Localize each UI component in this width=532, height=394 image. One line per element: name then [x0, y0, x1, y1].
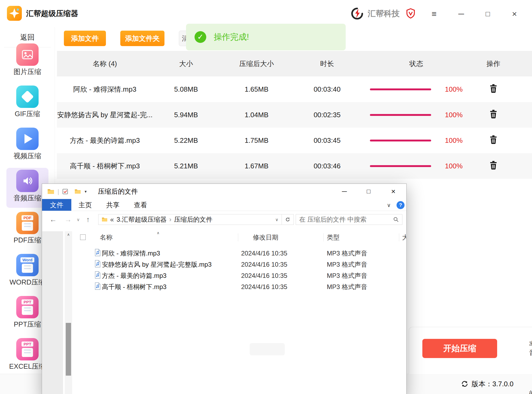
file-compressed-size: 1.75MB — [219, 136, 294, 145]
clipped-text-fragment: 效 — [529, 389, 532, 394]
add-file-button[interactable]: 添加文件 — [64, 31, 106, 46]
table-row: 方杰 - 最美的诗篇.mp3 5.22MB 1.75MB 00:03:45 10… — [57, 128, 532, 153]
update-refresh-icon[interactable] — [461, 380, 468, 388]
explorer-maximize-button[interactable]: □ — [361, 184, 376, 199]
breadcrumb-current[interactable]: 压缩后的文件 — [174, 215, 212, 224]
progress-bar — [370, 165, 431, 167]
col-duration: 时长 — [294, 59, 360, 68]
sidebar-item-video[interactable]: 视频压缩 — [6, 126, 48, 166]
column-name[interactable]: 名称 — [100, 231, 113, 243]
progress-bar — [370, 88, 431, 90]
search-icon — [393, 217, 399, 222]
version-info: 版本：3.7.0.0 — [461, 374, 514, 394]
breadcrumb-collapse[interactable]: « — [110, 216, 114, 224]
up-arrow-icon[interactable]: ↑ — [86, 211, 90, 228]
minimize-button[interactable]: ─ — [454, 7, 468, 21]
sidebar-item-gif[interactable]: GIF压缩 — [6, 84, 48, 124]
file-duration: 00:03:45 — [294, 136, 360, 145]
col-size: 大小 — [153, 59, 219, 68]
start-compress-button[interactable]: 开始压缩 — [422, 339, 497, 358]
explorer-window: | ▾ 压缩后的文件 ─ □ × 文件 主页 共享 查看 ∨ ? ← → ∨ ↑… — [42, 184, 407, 394]
address-bar[interactable]: « 3.汇帮超级压缩器 › 压缩后的文件 ∨ — [98, 214, 282, 225]
sort-ascending-icon: ∧ — [157, 231, 159, 235]
mp3-file-icon — [94, 249, 102, 258]
explorer-file-row[interactable]: 高千顺 - 梧桐树下.mp3 2024/4/16 10:35 MP3 格式声音 — [72, 281, 406, 293]
back-arrow-icon[interactable]: ← — [50, 211, 57, 228]
clipped-text-fragment: 率 — [529, 340, 532, 348]
column-date[interactable]: 修改日期 — [253, 231, 278, 243]
refresh-button[interactable] — [282, 214, 294, 225]
explorer-titlebar[interactable]: | ▾ 压缩后的文件 ─ □ × — [42, 184, 406, 199]
vip-shield-icon[interactable] — [405, 8, 416, 19]
scroll-up-icon[interactable]: ∧ — [65, 232, 72, 237]
file-compressed-size: 1.65MB — [219, 85, 294, 94]
qat-properties-icon[interactable] — [62, 184, 69, 199]
version-text: 版本：3.7.0.0 — [472, 379, 514, 389]
tab-share[interactable]: 共享 — [99, 199, 127, 211]
sidebar-item-image[interactable]: 图片压缩 — [6, 42, 48, 82]
explorer-file-name: 阿欣 - 难得深情.mp3 — [102, 249, 241, 258]
word-badge: Word — [20, 257, 34, 262]
explorer-minimize-button[interactable]: ─ — [337, 184, 352, 199]
breadcrumb-root[interactable]: 3.汇帮超级压缩器 — [117, 215, 167, 224]
delete-button[interactable] — [489, 109, 497, 119]
audio-compress-icon — [16, 170, 39, 192]
explorer-file-row[interactable]: 安静悠扬古风 by 星河鹭起-完整版.mp3 2024/4/16 10:35 M… — [72, 259, 406, 270]
add-folder-button[interactable]: 添加文件夹 — [120, 31, 164, 46]
explorer-file-type: MP3 格式声音 — [327, 260, 406, 269]
app-logo-icon — [7, 6, 22, 21]
excel-compress-icon: PPT — [16, 338, 39, 360]
file-size: 5.08MB — [153, 85, 219, 94]
qat-dropdown-icon[interactable]: ▾ — [85, 184, 87, 199]
file-size: 5.21MB — [153, 162, 219, 170]
table-header: 名称 (4) 大小 压缩后大小 时长 状态 操作 — [57, 51, 532, 76]
ribbon-collapse-icon[interactable]: ∨ — [384, 199, 393, 211]
gif-compress-icon — [16, 86, 39, 108]
explorer-address-row: ← → ∨ ↑ « 3.汇帮超级压缩器 › 压缩后的文件 ∨ 在 压缩后的文件 … — [42, 211, 406, 228]
breadcrumb-separator: › — [169, 216, 171, 223]
explorer-file-date: 2024/4/16 10:35 — [241, 272, 327, 279]
brand-bolt-icon — [351, 7, 364, 20]
clipped-text-fragment: 音 — [529, 348, 532, 357]
search-input[interactable]: 在 压缩后的文件 中搜索 — [296, 214, 402, 225]
column-type[interactable]: 类型 — [327, 231, 340, 243]
image-compress-icon — [16, 43, 39, 66]
sidebar-item-label: 图片压缩 — [6, 67, 48, 76]
menu-icon[interactable]: ≡ — [427, 7, 441, 21]
forward-arrow-icon[interactable]: → — [64, 211, 72, 228]
qat-newfolder-icon[interactable] — [75, 184, 81, 199]
explorer-file-row[interactable]: 方杰 - 最美的诗篇.mp3 2024/4/16 10:35 MP3 格式声音 — [72, 270, 406, 281]
progress-percent: 100% — [445, 85, 463, 94]
col-compressed: 压缩后大小 — [219, 59, 294, 68]
address-dropdown-icon[interactable]: ∨ — [275, 217, 278, 222]
delete-button[interactable] — [489, 84, 497, 93]
explorer-file-date: 2024/4/16 10:35 — [241, 250, 327, 257]
column-size[interactable]: 大小 — [402, 231, 406, 243]
table-row: 阿欣 - 难得深情.mp3 5.08MB 1.65MB 00:03:40 100… — [57, 76, 532, 102]
explorer-file-list: 阿欣 - 难得深情.mp3 2024/4/16 10:35 MP3 格式声音 安… — [72, 248, 406, 293]
tab-home[interactable]: 主页 — [71, 199, 99, 211]
col-status: 状态 — [360, 59, 472, 68]
help-icon[interactable]: ? — [397, 201, 405, 209]
file-duration: 00:02:35 — [294, 111, 360, 119]
folder-icon — [102, 217, 108, 222]
delete-button[interactable] — [489, 135, 497, 144]
tab-view[interactable]: 查看 — [127, 199, 154, 211]
explorer-close-button[interactable]: × — [386, 184, 401, 199]
scrollbar-thumb[interactable] — [66, 323, 71, 376]
pdf-badge: PDF — [22, 215, 33, 220]
explorer-file-row[interactable]: 阿欣 - 难得深情.mp3 2024/4/16 10:35 MP3 格式声音 — [72, 248, 406, 259]
scrollbar[interactable]: ∧ — [65, 231, 72, 394]
maximize-button[interactable]: □ — [481, 7, 495, 21]
file-name: 安静悠扬古风 by 星河鹭起-完... — [57, 110, 153, 120]
file-duration: 00:03:40 — [294, 85, 360, 94]
pdf-compress-icon: PDF — [16, 212, 39, 234]
delete-button[interactable] — [489, 161, 497, 170]
tab-file[interactable]: 文件 — [42, 199, 71, 211]
progress-bar — [370, 140, 431, 141]
nav-pane — [42, 231, 63, 394]
history-dropdown-icon[interactable]: ∨ — [77, 211, 80, 228]
close-button[interactable]: × — [508, 7, 521, 21]
check-circle-icon: ✓ — [195, 31, 206, 43]
select-all-checkbox[interactable] — [80, 234, 86, 240]
